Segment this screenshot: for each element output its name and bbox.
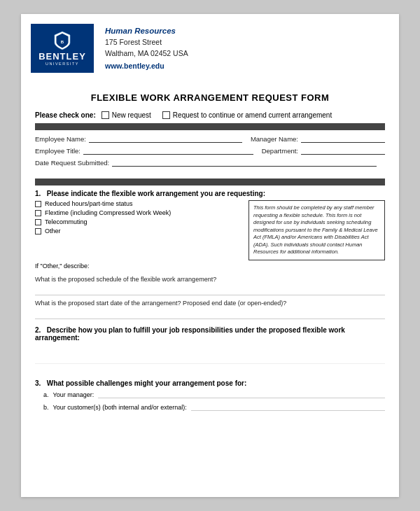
employee-name-label: Employee Name:: [35, 135, 86, 143]
department-input[interactable]: [301, 146, 385, 155]
sub-item-a-letter: a.: [43, 391, 49, 398]
options-and-note: Reduced hours/part-time status Flextime …: [21, 200, 399, 260]
sub-item-b-input[interactable]: [191, 402, 385, 411]
bentley-shield-icon: B: [52, 31, 72, 50]
section2-number: 2.: [35, 326, 41, 334]
employee-title-label: Employee Title:: [35, 147, 80, 155]
option-flextime-label: Flextime (including Compressed Work Week…: [45, 209, 171, 216]
sub-item-b: b. Your customer(s) (both internal and/o…: [43, 402, 385, 411]
header-info: Human Resources 175 Forest Street Waltha…: [94, 25, 188, 72]
section1-title: 1. Please indicate the flexible work arr…: [21, 186, 399, 200]
new-request-checkbox[interactable]: [102, 111, 109, 119]
section3-text: What possible challenges might your arra…: [47, 379, 247, 387]
section2-title: 2. Describe how you plan to fulfill your…: [21, 319, 399, 344]
section1-text: Please indicate the flexible work arrang…: [47, 190, 265, 197]
employee-name-input[interactable]: [89, 134, 242, 143]
section3-title: 3. What possible challenges might your a…: [21, 374, 399, 390]
question2: What is the proposed start date of the a…: [21, 295, 399, 308]
option-telecommuting[interactable]: Telecommuting: [35, 218, 241, 225]
form-title: FLEXIBLE WORK ARRANGEMENT REQUEST FORM: [35, 92, 385, 103]
if-other-label: If "Other," describe:: [35, 262, 89, 270]
option-reduced-hours-label: Reduced hours/part-time status: [45, 200, 133, 207]
sub-item-a: a. Your manager:: [43, 390, 385, 398]
note-text: This form should be completed by any sta…: [253, 204, 378, 255]
sub-item-b-label: Your customer(s) (both internal and/or e…: [53, 404, 187, 411]
department-label: Department:: [262, 147, 298, 155]
check-one-label: Please check one:: [35, 111, 96, 119]
hr-department-title: Human Resources: [105, 25, 188, 37]
continue-amend-checkbox[interactable]: [162, 111, 170, 119]
header-address2: Waltham, MA 02452 USA: [105, 48, 188, 59]
employee-title-input[interactable]: [83, 146, 253, 155]
dark-bar-1: [35, 123, 385, 130]
section3-sub-items: a. Your manager: b. Your customer(s) (bo…: [21, 390, 399, 418]
header: B BENTLEY UNIVERSITY Human Resources 175…: [21, 14, 399, 80]
question1-answer[interactable]: [35, 286, 385, 295]
option-reduced-hours-checkbox[interactable]: [35, 201, 41, 207]
section2-text: Describe how you plan to fulfill your jo…: [35, 326, 345, 342]
continue-amend-label: Request to continue or amend current arr…: [173, 111, 332, 119]
if-other-row: If "Other," describe:: [21, 260, 399, 272]
sub-item-a-input[interactable]: [98, 390, 385, 398]
sub-item-b-letter: b.: [43, 404, 49, 411]
option-other-checkbox[interactable]: [35, 228, 41, 234]
option-other[interactable]: Other: [35, 227, 241, 234]
fields-section: Employee Name: Manager Name: Employee Ti…: [21, 130, 399, 173]
logo-block: B BENTLEY UNIVERSITY: [31, 24, 94, 73]
option-other-label: Other: [45, 227, 61, 234]
svg-text:B: B: [61, 39, 64, 44]
option-reduced-hours[interactable]: Reduced hours/part-time status: [35, 200, 241, 207]
date-request-label: Date Request Submitted:: [35, 159, 109, 167]
manager-name-input[interactable]: [301, 134, 385, 143]
sub-item-a-label: Your manager:: [53, 391, 94, 398]
header-website: www.bentley.edu: [105, 61, 188, 72]
date-request-input[interactable]: [112, 158, 377, 167]
option-flextime[interactable]: Flextime (including Compressed Work Week…: [35, 209, 241, 216]
option-flextime-checkbox[interactable]: [35, 210, 41, 216]
question2-answer[interactable]: [35, 309, 385, 319]
new-request-option[interactable]: New request: [102, 111, 151, 119]
manager-name-label: Manager Name:: [251, 135, 298, 143]
employee-name-row: Employee Name: Manager Name:: [35, 134, 385, 143]
employee-title-row: Employee Title: Department:: [35, 146, 385, 155]
document-page: B BENTLEY UNIVERSITY Human Resources 175…: [21, 14, 399, 497]
logo-university-sub: UNIVERSITY: [46, 62, 79, 66]
continue-amend-option[interactable]: Request to continue or amend current arr…: [162, 111, 332, 119]
note-box: This form should be completed by any sta…: [248, 200, 385, 260]
dark-bar-2: [35, 178, 385, 186]
check-one-row: Please check one: New request Request to…: [21, 111, 399, 119]
section3-number: 3.: [35, 379, 41, 387]
header-address1: 175 Forest Street: [105, 37, 188, 48]
section2-answer[interactable]: [35, 344, 385, 364]
question1: What is the proposed schedule of the fle…: [21, 272, 399, 284]
options-list: Reduced hours/part-time status Flextime …: [35, 200, 241, 260]
new-request-label: New request: [112, 111, 151, 119]
date-request-row: Date Request Submitted:: [35, 158, 385, 167]
option-telecommuting-label: Telecommuting: [45, 218, 88, 225]
option-telecommuting-checkbox[interactable]: [35, 219, 41, 225]
section1-number: 1.: [35, 190, 41, 197]
logo-university-name: BENTLEY: [38, 52, 86, 61]
